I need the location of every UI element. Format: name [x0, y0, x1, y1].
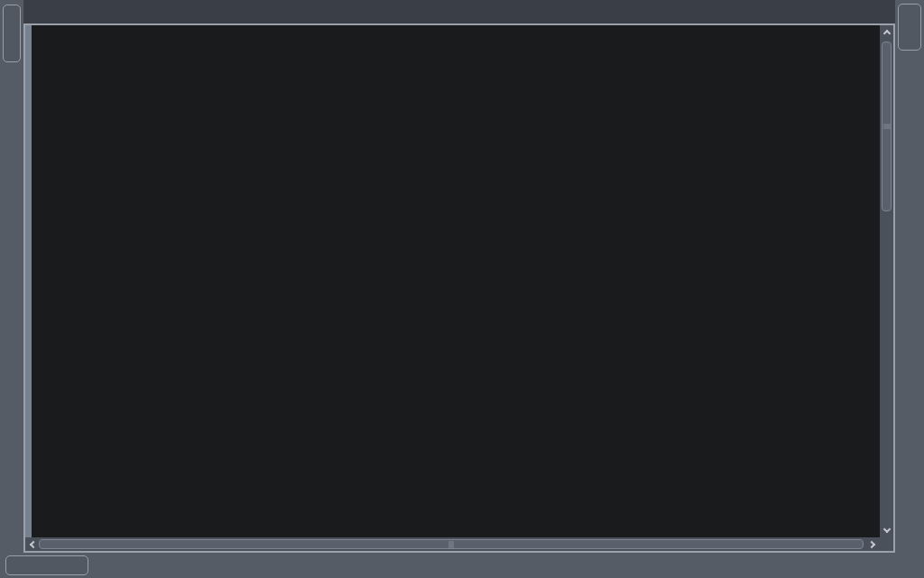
horizontal-scrollbar[interactable]	[25, 537, 880, 551]
right-rail	[895, 0, 924, 578]
editor-window	[0, 0, 924, 578]
left-toolbar	[3, 5, 21, 62]
scrollbar-corner	[880, 537, 893, 551]
tab-bar	[23, 0, 895, 23]
bottom-toolbar	[5, 555, 88, 575]
scroll-left-arrow[interactable]	[25, 537, 39, 551]
right-toolbar	[898, 4, 921, 51]
scroll-right-arrow[interactable]	[866, 537, 880, 551]
selection-margin	[25, 25, 32, 537]
scroll-up-arrow[interactable]	[880, 25, 893, 39]
vertical-scrollbar-thumb[interactable]	[882, 42, 892, 211]
scroll-down-arrow[interactable]	[880, 524, 893, 537]
vertical-scrollbar[interactable]	[880, 25, 893, 537]
editor-frame	[23, 23, 895, 553]
code-area[interactable]	[25, 25, 880, 537]
left-rail	[0, 0, 23, 578]
horizontal-scrollbar-thumb[interactable]	[39, 539, 864, 549]
bottom-rail	[0, 553, 924, 578]
